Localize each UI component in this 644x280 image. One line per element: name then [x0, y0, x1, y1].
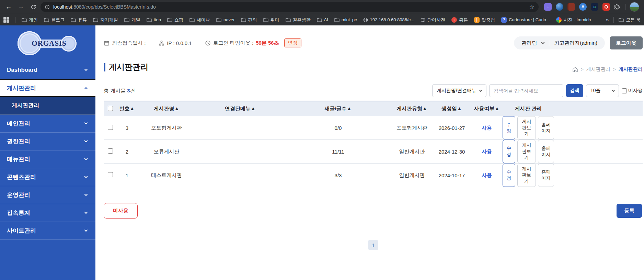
bookmark-folder[interactable]: 자기개발 — [93, 17, 118, 23]
rows-per-page-select[interactable]: 10줄 — [586, 84, 619, 97]
bookmark-folder[interactable]: iten — [147, 17, 161, 22]
bookmark-folder[interactable]: 쇼핑 — [167, 17, 183, 23]
logout-button[interactable]: 로그아웃 — [610, 36, 643, 49]
table-row: 1 테스트게시판 3/3 일반게시판 2024-10-17 사용 수정게시판보기… — [104, 164, 643, 187]
view-board-button[interactable]: 게시판보기 — [517, 140, 536, 163]
reload-icon[interactable] — [28, 2, 38, 12]
sidebar-item-access-statistics[interactable]: 접속통계 — [0, 204, 95, 222]
chevron-down-icon — [84, 157, 88, 160]
search-input[interactable] — [489, 84, 563, 97]
chevron-down-icon — [84, 175, 88, 178]
page-number-1[interactable]: 1 — [368, 240, 378, 250]
row-checkbox[interactable] — [108, 148, 113, 154]
team-label[interactable]: 관리팀 — [521, 40, 537, 46]
address-bar[interactable]: localhost:8080/cop/bbs/SelectBBSMasterIn… — [41, 2, 539, 12]
sidebar-item-dashboard[interactable]: Dashboard — [0, 61, 95, 79]
chevron-down-icon[interactable] — [541, 41, 545, 44]
col-created[interactable]: 생성일▲ — [433, 101, 471, 116]
site-info-icon[interactable] — [45, 4, 50, 10]
extend-session-button[interactable]: 연장 — [284, 38, 301, 47]
curioustore-icon: ? — [501, 17, 507, 23]
bookmark-folder[interactable]: 블로그 — [44, 17, 65, 23]
edit-button[interactable]: 수정 — [503, 164, 515, 187]
table-row: 2 오류게시판 11/11 일반게시판 2024-12-30 사용 수정게시판보… — [104, 140, 643, 164]
profile-avatar[interactable] — [630, 2, 639, 12]
all-bookmarks[interactable]: 모든 북 — [619, 17, 641, 23]
bookmark-folder[interactable]: 세미나 — [189, 17, 210, 23]
bookmarks-overflow-chevron[interactable]: » — [606, 17, 609, 23]
folder-icon — [317, 18, 322, 22]
bookmark-folder[interactable]: 개인 — [22, 17, 38, 23]
homepage-button[interactable]: 홈페이지 — [538, 116, 554, 139]
bookmark-folder[interactable]: 취미 — [263, 17, 279, 23]
dark-extension-icon[interactable]: ø — [591, 3, 598, 11]
bookmark-site[interactable]: |맞춤법 — [474, 17, 495, 23]
back-icon[interactable]: ← — [3, 2, 14, 12]
bookmark-site[interactable]: 192.168.0.60:8086/c... — [363, 17, 414, 22]
bookmark-folder[interactable]: naver — [216, 17, 235, 22]
extensions-puzzle-icon[interactable] — [614, 3, 621, 10]
col-board-type[interactable]: 게시판유형▲ — [391, 101, 433, 116]
bookmarks-divider — [15, 17, 15, 23]
set-unused-button[interactable]: 미사용 — [104, 203, 138, 219]
col-board-name[interactable]: 게시판명▲ — [137, 101, 196, 116]
view-board-button[interactable]: 게시판보기 — [517, 116, 536, 139]
folder-icon — [619, 18, 624, 22]
select-all-checkbox[interactable] — [108, 106, 113, 111]
bookmark-folder[interactable]: 편의 — [241, 17, 257, 23]
home-icon[interactable] — [572, 67, 578, 72]
download-extension-icon[interactable]: ↓ — [544, 3, 552, 11]
sidebar-item-main-management[interactable]: 메인관리 — [0, 115, 95, 133]
row-checkbox[interactable] — [108, 125, 113, 130]
bookmark-folder[interactable]: 개발 — [124, 17, 140, 23]
col-used[interactable]: 사용여부▲ — [471, 101, 503, 116]
row-checkbox[interactable] — [108, 172, 113, 177]
used-status-link[interactable]: 사용 — [471, 116, 503, 140]
col-linked-menu[interactable]: 연결된메뉴▲ — [196, 101, 285, 116]
bookmark-folder[interactable]: 유튜 — [71, 17, 87, 23]
dictionary-extension-icon[interactable] — [567, 3, 575, 11]
sidebar-subitem-board-management[interactable]: 게시판관리 — [0, 97, 95, 115]
homepage-button[interactable]: 홈페이지 — [538, 164, 554, 187]
sidebar-item-site-management[interactable]: 사이트관리 — [0, 222, 95, 240]
register-button[interactable]: 등록 — [617, 204, 642, 218]
bookmark-folder[interactable]: AI — [317, 17, 328, 22]
sidebar-item-operation-management[interactable]: 운영관리 — [0, 186, 95, 204]
bookmark-star-icon[interactable]: ☆ — [529, 3, 534, 11]
search-button[interactable]: 검색 — [566, 84, 583, 97]
translate-extension-icon[interactable]: A — [579, 3, 587, 11]
bookmark-site[interactable]: 사진 - Immich — [556, 17, 591, 23]
screen: ← → localhost:8080/cop/bbs/SelectBBSMast… — [0, 0, 644, 280]
view-board-button[interactable]: 게시판보기 — [517, 164, 536, 187]
breadcrumb-level1[interactable]: 게시판관리 — [586, 66, 610, 72]
logo[interactable]: ORGASIS — [0, 25, 95, 61]
category-select[interactable]: 게시판명/연결매뉴 — [432, 84, 486, 97]
used-status-link[interactable]: 사용 — [471, 140, 503, 164]
checkbox[interactable] — [622, 88, 627, 93]
edit-button[interactable]: 수정 — [503, 116, 515, 139]
col-number[interactable]: 번호▲ — [117, 101, 137, 116]
used-status-link[interactable]: 사용 — [471, 164, 503, 187]
admin-account-pill: 관리팀 최고관리자(admin) — [514, 36, 605, 49]
col-new-posts[interactable]: 새글/글수▲ — [285, 101, 391, 116]
bookmark-site[interactable]: :뤼튼 — [451, 17, 468, 23]
pagination: 1 — [104, 240, 643, 250]
edit-button[interactable]: 수정 — [503, 140, 515, 163]
bookmark-folder[interactable]: 결혼생활 — [286, 17, 311, 23]
sidebar-item-board-management[interactable]: 게시판관리 — [0, 79, 95, 97]
sphere-extension-icon[interactable] — [556, 3, 563, 11]
sidebar-item-permission-management[interactable]: 권한관리 — [0, 133, 95, 150]
forward-icon[interactable]: → — [16, 2, 26, 12]
sidebar-item-content-management[interactable]: 콘텐츠관리 — [0, 168, 95, 186]
admin-name: 최고관리자(admin) — [554, 40, 597, 46]
homepage-button[interactable]: 홈페이지 — [538, 140, 554, 163]
bookmark-site[interactable]: 단어사전 — [421, 17, 445, 23]
unused-filter-checkbox[interactable]: 미사용 — [622, 88, 643, 94]
recorder-extension-icon[interactable] — [602, 3, 610, 11]
apps-grid-icon[interactable] — [3, 17, 9, 23]
bookmark-folder[interactable]: mini_pc — [334, 17, 357, 22]
chevron-up-icon — [84, 87, 88, 90]
bookmark-site[interactable]: ?Curioustore | Curio... — [501, 17, 550, 23]
chevron-down-icon — [84, 68, 88, 71]
sidebar-item-menu-management[interactable]: 메뉴관리 — [0, 150, 95, 168]
